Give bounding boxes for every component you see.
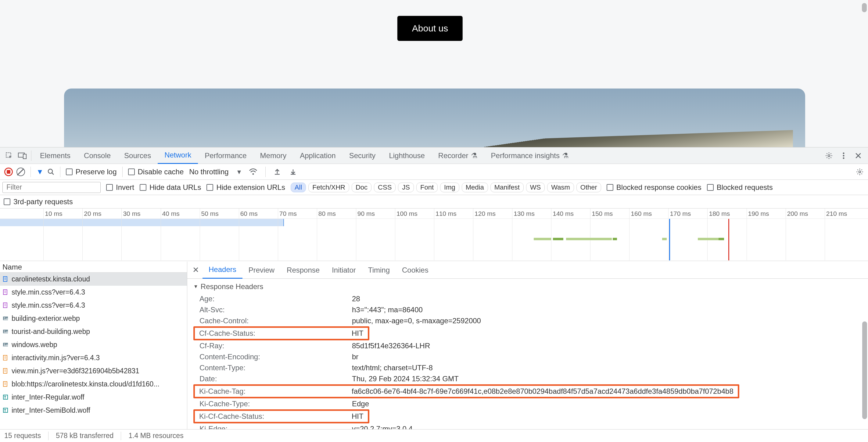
filter-type-css[interactable]: CSS	[374, 182, 396, 192]
tab-performance[interactable]: Performance	[198, 147, 253, 164]
header-value: HIT	[352, 412, 364, 421]
timeline-tick: 190 ms	[747, 208, 769, 218]
page-viewport: About us	[0, 0, 860, 147]
filter-type-img[interactable]: Img	[440, 182, 459, 192]
svg-point-14	[4, 318, 5, 318]
filter-type-manifest[interactable]: Manifest	[490, 182, 524, 192]
header-row: Content-Type:text/html; charset=UTF-8	[187, 362, 868, 373]
header-row: Ki-Edge:v=20.2.7;mv=3.0.4	[187, 423, 868, 429]
request-detail-panel: ✕ Headers Preview Response Initiator Tim…	[187, 262, 868, 429]
network-settings-icon[interactable]	[856, 168, 864, 176]
detail-tab-timing[interactable]: Timing	[362, 262, 396, 279]
network-status-bar: 15 requests 578 kB transferred 1.4 MB re…	[0, 429, 868, 442]
request-row[interactable]: windows.webp	[0, 338, 187, 351]
response-headers-expander[interactable]: ▼Response Headers	[187, 280, 868, 293]
detail-tab-headers[interactable]: Headers	[203, 262, 243, 279]
record-button[interactable]	[4, 168, 13, 176]
status-transferred: 578 kB transferred	[56, 432, 114, 440]
filter-type-font[interactable]: Font	[416, 182, 438, 192]
timeline-tick: 60 ms	[239, 208, 258, 218]
about-us-button[interactable]: About us	[397, 16, 463, 41]
device-toggle-icon[interactable]	[16, 149, 29, 163]
header-row: Cf-Ray:85d1f5f14e326364-LHR	[187, 341, 868, 351]
detail-tab-preview[interactable]: Preview	[243, 262, 281, 279]
network-conditions-icon[interactable]	[249, 168, 257, 176]
name-column-header[interactable]: Name	[0, 262, 187, 273]
svg-point-18	[4, 344, 5, 345]
blocked-cookies-checkbox[interactable]: Blocked response cookies	[607, 183, 702, 192]
svg-point-9	[859, 171, 861, 173]
tab-console[interactable]: Console	[77, 147, 117, 164]
request-row[interactable]: building-exterior.webp	[0, 312, 187, 325]
request-row[interactable]: blob:https://carolinetestx.kinsta.cloud/…	[0, 378, 187, 391]
filter-type-doc[interactable]: Doc	[352, 182, 371, 192]
tab-elements[interactable]: Elements	[33, 147, 77, 164]
tab-security[interactable]: Security	[342, 147, 382, 164]
disable-cache-checkbox[interactable]: Disable cache	[128, 168, 184, 176]
request-row[interactable]: carolinetestx.kinsta.cloud	[0, 273, 187, 286]
tab-sources[interactable]: Sources	[117, 147, 158, 164]
filter-type-all[interactable]: All	[291, 182, 306, 192]
request-row[interactable]: interactivity.min.js?ver=6.4.3	[0, 351, 187, 364]
clear-button[interactable]	[17, 168, 25, 176]
upload-har-icon[interactable]	[274, 168, 281, 176]
waterfall-overview[interactable]: 10 ms20 ms30 ms40 ms50 ms60 ms70 ms80 ms…	[0, 208, 868, 261]
settings-icon[interactable]	[822, 149, 836, 163]
request-row[interactable]: Tinter_Inter-SemiBold.woff	[0, 404, 187, 417]
tab-perf-insights[interactable]: Performance insights⚗	[484, 147, 576, 164]
request-row[interactable]: style.min.css?ver=6.4.3	[0, 286, 187, 299]
header-row: Content-Encoding:br	[187, 351, 868, 362]
detail-scrollbar[interactable]	[860, 279, 868, 429]
tab-recorder[interactable]: Recorder⚗	[432, 147, 484, 164]
hide-data-urls-checkbox[interactable]: Hide data URLs	[140, 183, 201, 192]
hide-extension-urls-checkbox[interactable]: Hide extension URLs	[207, 183, 285, 192]
search-icon[interactable]	[47, 168, 55, 176]
header-value: 28	[352, 295, 862, 303]
filter-type-other[interactable]: Other	[577, 182, 601, 192]
throttling-select[interactable]: No throttling▾	[187, 167, 243, 177]
header-key: Content-Encoding:	[199, 353, 352, 361]
svg-rect-2	[23, 154, 26, 159]
blocked-requests-checkbox[interactable]: Blocked requests	[707, 183, 773, 192]
request-row[interactable]: tourist-and-building.webp	[0, 325, 187, 338]
timeline-tick: 100 ms	[395, 208, 417, 218]
invert-checkbox[interactable]: Invert	[106, 183, 134, 192]
filter-type-fetchxhr[interactable]: Fetch/XHR	[308, 182, 349, 192]
request-row[interactable]: style.min.css?ver=6.4.3	[0, 299, 187, 312]
detail-tab-response[interactable]: Response	[281, 262, 326, 279]
header-value: HIT	[352, 329, 364, 337]
more-icon[interactable]	[837, 149, 850, 163]
timeline-tick: 30 ms	[121, 208, 140, 218]
filter-input[interactable]	[2, 182, 101, 193]
detail-tab-initiator[interactable]: Initiator	[326, 262, 362, 279]
request-row[interactable]: Tinter_Inter-Regular.woff	[0, 391, 187, 404]
header-row: Alt-Svc:h3=":443"; ma=86400	[187, 304, 868, 315]
svg-point-4	[843, 152, 844, 154]
filter-type-js[interactable]: JS	[398, 182, 414, 192]
preserve-log-checkbox[interactable]: Preserve log	[66, 168, 117, 176]
filter-toggle-icon[interactable]: ▼	[36, 168, 43, 176]
filter-type-wasm[interactable]: Wasm	[547, 182, 574, 192]
header-key: Cf-Cache-Status:	[199, 329, 352, 337]
tab-network[interactable]: Network	[158, 147, 198, 164]
detail-tab-cookies[interactable]: Cookies	[396, 262, 435, 279]
tab-memory[interactable]: Memory	[253, 147, 293, 164]
filter-type-ws[interactable]: WS	[526, 182, 545, 192]
third-party-checkbox[interactable]: 3rd-party requests	[4, 198, 73, 206]
header-key: Date:	[199, 375, 352, 383]
filter-type-media[interactable]: Media	[462, 182, 488, 192]
js-file-icon	[2, 381, 8, 387]
close-devtools-icon[interactable]	[851, 149, 865, 163]
header-row: Cache-Control:public, max-age=0, s-maxag…	[187, 315, 868, 326]
tab-application[interactable]: Application	[293, 147, 342, 164]
close-detail-icon[interactable]: ✕	[189, 265, 203, 275]
inspect-element-icon[interactable]	[2, 149, 16, 163]
download-har-icon[interactable]	[289, 168, 297, 176]
svg-rect-11	[3, 290, 7, 295]
tab-lighthouse[interactable]: Lighthouse	[382, 147, 431, 164]
devtools-tabs: Elements Console Sources Network Perform…	[0, 147, 868, 164]
request-row[interactable]: view.min.js?ver=e3d6f3216904b5b42831	[0, 364, 187, 378]
svg-point-16	[4, 331, 5, 331]
timeline-tick: 80 ms	[317, 208, 336, 218]
page-scrollbar[interactable]	[860, 0, 868, 147]
